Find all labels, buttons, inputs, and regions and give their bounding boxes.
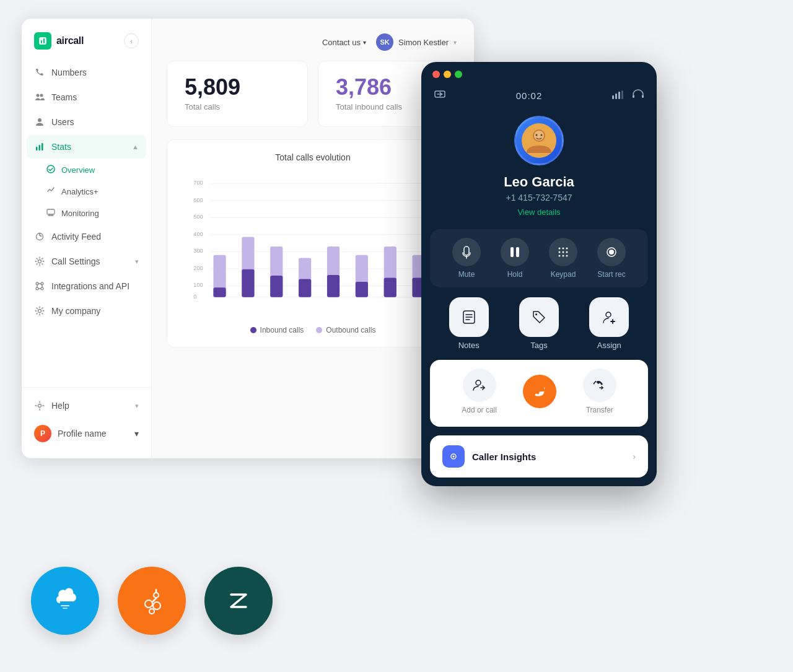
view-details-button[interactable]: View details bbox=[517, 207, 560, 217]
sidebar-item-analytics[interactable]: Analytics+ bbox=[27, 181, 146, 202]
svg-line-92 bbox=[153, 598, 156, 601]
minimize-window-button[interactable] bbox=[444, 71, 451, 78]
close-window-button[interactable] bbox=[432, 71, 440, 78]
caller-insights[interactable]: Caller Insights › bbox=[430, 435, 648, 478]
transfer-button[interactable]: Transfer bbox=[583, 369, 616, 414]
stats-label: Stats bbox=[51, 142, 71, 152]
sidebar-item-numbers[interactable]: Numbers bbox=[27, 61, 146, 84]
svg-rect-88 bbox=[63, 608, 68, 609]
inbound-label: Inbound calls bbox=[260, 326, 304, 334]
chart-svg: 700 600 500 400 300 200 100 0 bbox=[182, 172, 444, 308]
caller-avatar bbox=[514, 116, 564, 165]
svg-rect-6 bbox=[36, 147, 38, 151]
notes-button[interactable]: Notes bbox=[449, 297, 489, 350]
svg-rect-36 bbox=[213, 287, 226, 297]
svg-point-74 bbox=[566, 255, 568, 257]
svg-point-98 bbox=[150, 609, 154, 613]
sidebar-item-stats[interactable]: Stats ▲ bbox=[27, 135, 146, 159]
svg-point-73 bbox=[563, 255, 564, 257]
mute-icon bbox=[452, 238, 481, 266]
sidebar-profile[interactable]: P Profile name ▾ bbox=[27, 419, 146, 448]
assign-icon bbox=[589, 297, 629, 337]
phone-header: 00:02 bbox=[421, 84, 657, 110]
users-label: Users bbox=[51, 117, 74, 127]
svg-rect-40 bbox=[270, 276, 283, 297]
mute-button[interactable]: Mute bbox=[452, 238, 481, 279]
contact-us-chevron-icon: ▾ bbox=[363, 39, 366, 46]
total-calls-label: Total calls bbox=[185, 102, 290, 111]
chart-card: Total calls evolution 700 600 500 400 30… bbox=[167, 139, 459, 347]
contact-us-label: Contact us bbox=[322, 38, 361, 47]
svg-point-97 bbox=[154, 603, 160, 609]
svg-rect-42 bbox=[299, 279, 311, 297]
call-settings-label: Call Settings bbox=[51, 256, 100, 266]
svg-rect-53 bbox=[615, 94, 617, 99]
hold-button[interactable]: Hold bbox=[501, 238, 529, 279]
phone-titlebar bbox=[421, 62, 657, 84]
svg-rect-7 bbox=[39, 145, 41, 151]
start-rec-icon bbox=[597, 238, 626, 266]
sidebar: aircall ‹ Numbers Teams bbox=[22, 19, 152, 458]
salesforce-logo bbox=[31, 567, 99, 635]
activity-feed-label: Activity Feed bbox=[51, 232, 101, 242]
svg-rect-48 bbox=[384, 278, 396, 297]
window-controls bbox=[432, 71, 462, 78]
hold-icon bbox=[501, 238, 529, 266]
action-row: Notes Tags Assign bbox=[421, 287, 657, 360]
sidebar-item-overview[interactable]: Overview bbox=[27, 160, 146, 180]
call-timer: 00:02 bbox=[516, 90, 543, 101]
sidebar-item-integrations[interactable]: Integrations and API bbox=[27, 274, 146, 298]
tags-button[interactable]: Tags bbox=[519, 297, 559, 350]
start-rec-label: Start rec bbox=[597, 270, 625, 279]
assign-button[interactable]: Assign bbox=[589, 297, 629, 350]
end-call-button[interactable] bbox=[523, 375, 556, 408]
call-settings-chevron-icon: ▾ bbox=[135, 258, 139, 266]
bottom-controls: Add or call Transfer bbox=[430, 360, 648, 427]
my-company-label: My company bbox=[51, 306, 100, 316]
stats-chevron-icon: ▲ bbox=[132, 143, 139, 151]
svg-rect-44 bbox=[327, 275, 340, 297]
svg-rect-38 bbox=[242, 269, 254, 297]
chart-title: Total calls evolution bbox=[182, 152, 444, 162]
sidebar-item-teams[interactable]: Teams bbox=[27, 85, 146, 109]
svg-point-90 bbox=[154, 593, 158, 597]
dashboard-card: aircall ‹ Numbers Teams bbox=[22, 19, 474, 458]
outbound-dot bbox=[316, 327, 322, 333]
sidebar-logo: aircall ‹ bbox=[22, 19, 151, 61]
phone-expand-icon[interactable] bbox=[434, 88, 446, 103]
integration-logos bbox=[31, 567, 273, 635]
svg-rect-8 bbox=[42, 143, 43, 151]
sidebar-item-users[interactable]: Users bbox=[27, 110, 146, 134]
sidebar-item-my-company[interactable]: My company bbox=[27, 299, 146, 323]
help-icon bbox=[34, 400, 45, 411]
contact-us-button[interactable]: Contact us ▾ bbox=[322, 38, 366, 47]
svg-rect-55 bbox=[621, 90, 623, 99]
teams-icon bbox=[34, 92, 45, 103]
svg-text:300: 300 bbox=[193, 248, 203, 254]
overview-icon bbox=[46, 165, 55, 175]
insights-icon bbox=[442, 445, 465, 468]
start-rec-button[interactable]: Start rec bbox=[597, 238, 626, 279]
svg-point-9 bbox=[47, 165, 55, 173]
profile-chevron-icon: ▾ bbox=[134, 429, 139, 439]
sidebar-item-help[interactable]: Help ▾ bbox=[27, 394, 146, 417]
profile-label: Profile name bbox=[58, 429, 107, 439]
back-button[interactable]: ‹ bbox=[124, 33, 139, 48]
zendesk-logo bbox=[204, 567, 273, 635]
chart-area: 700 600 500 400 300 200 100 0 bbox=[182, 172, 444, 321]
headset-icon bbox=[632, 89, 644, 103]
user-profile-button[interactable]: SK Simon Kestler ▾ bbox=[376, 33, 457, 51]
caller-insights-label: Caller Insights bbox=[472, 452, 536, 462]
analytics-label: Analytics+ bbox=[61, 187, 99, 196]
sidebar-item-monitoring[interactable]: Monitoring bbox=[27, 203, 146, 224]
help-label: Help bbox=[51, 401, 69, 411]
keypad-button[interactable]: Keypad bbox=[549, 238, 577, 279]
maximize-window-button[interactable] bbox=[455, 71, 462, 78]
insights-chevron-icon: › bbox=[633, 452, 636, 461]
add-or-call-button[interactable]: Add or call bbox=[462, 369, 497, 414]
sidebar-item-call-settings[interactable]: Call Settings ▾ bbox=[27, 250, 146, 273]
sidebar-item-activity-feed[interactable]: Activity Feed bbox=[27, 225, 146, 248]
svg-rect-54 bbox=[618, 92, 620, 99]
phone-widget: 00:02 Leo Garcia +1 415-732-7547 bbox=[421, 62, 657, 486]
total-calls-card: 5,809 Total calls bbox=[167, 61, 308, 127]
